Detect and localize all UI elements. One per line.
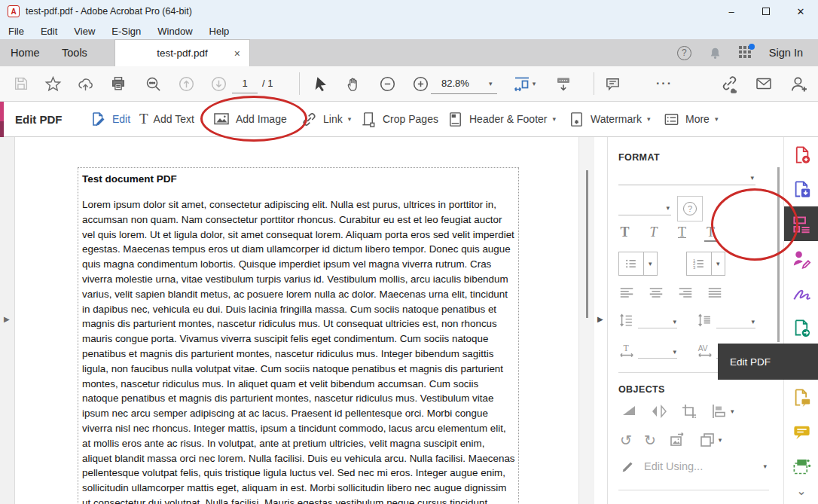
- menu-edit[interactable]: Edit: [32, 26, 66, 37]
- minimize-button[interactable]: –: [714, 0, 749, 23]
- underline-button[interactable]: T: [676, 225, 688, 242]
- request-comments-tool[interactable]: [784, 380, 818, 414]
- align-objects-icon: [710, 402, 728, 420]
- question-icon: ?: [683, 202, 697, 215]
- font-size-dropdown[interactable]: ▾: [618, 197, 671, 215]
- help-icon[interactable]: ?: [677, 46, 691, 60]
- collapse-right-panel-icon[interactable]: ▶: [597, 315, 603, 323]
- rail-more-chevron-icon[interactable]: ⌄: [784, 484, 818, 498]
- fill-sign-tool[interactable]: [784, 276, 818, 310]
- more-button[interactable]: More ▾: [663, 102, 718, 136]
- user-account-icon[interactable]: [785, 66, 812, 101]
- bulleted-list-icon[interactable]: [619, 252, 643, 275]
- next-page-icon[interactable]: [206, 66, 230, 101]
- close-window-button[interactable]: ✕: [783, 0, 818, 23]
- editable-text-frame[interactable]: Test document PDF Lorem ipsum dolor sit …: [78, 167, 519, 504]
- search-icon[interactable]: [141, 66, 165, 101]
- bulleted-list-control[interactable]: ▾: [618, 252, 658, 276]
- crop-pages-button[interactable]: Crop Pages: [360, 102, 438, 136]
- bold-button[interactable]: T: [618, 225, 631, 242]
- rotate-ccw-icon[interactable]: ↺: [620, 433, 632, 447]
- tab-document[interactable]: test-pdf.pdf ×: [114, 39, 250, 66]
- select-tool-icon[interactable]: [309, 66, 333, 101]
- align-right-icon[interactable]: [677, 285, 694, 301]
- scan-ocr-tool[interactable]: [784, 449, 818, 484]
- share-upload-icon[interactable]: [73, 66, 97, 101]
- font-family-dropdown[interactable]: ▾: [618, 167, 755, 185]
- close-tab-icon[interactable]: ×: [234, 47, 240, 60]
- document-page[interactable]: Test document PDF Lorem ipsum dolor sit …: [16, 137, 578, 504]
- left-nav-pane-collapsed[interactable]: ▶: [0, 137, 15, 504]
- zoom-level-value: 82.8%: [441, 78, 469, 89]
- chevron-down-icon[interactable]: ▾: [763, 463, 767, 470]
- menu-esign[interactable]: E-Sign: [103, 26, 149, 37]
- font-color-help-button[interactable]: ?: [677, 196, 703, 221]
- email-icon[interactable]: [751, 66, 777, 101]
- export-pdf-tool[interactable]: [784, 172, 818, 206]
- right-panel-collapse-strip[interactable]: ▶: [594, 137, 607, 504]
- page-count-label: / 1: [262, 74, 273, 93]
- maximize-button[interactable]: [749, 0, 783, 23]
- edit-tool-button[interactable]: Edit: [89, 102, 130, 136]
- flip-vertical-icon[interactable]: [620, 402, 638, 420]
- link-button[interactable]: Link ▾: [301, 102, 351, 136]
- more-tools-icon[interactable]: ···: [649, 66, 679, 101]
- menu-window[interactable]: Window: [149, 26, 200, 37]
- arrange-dropdown[interactable]: ▾: [698, 431, 722, 449]
- numbered-list-icon[interactable]: 123: [687, 252, 711, 275]
- page-number-input[interactable]: 1: [232, 74, 258, 93]
- watermark-button[interactable]: Watermark ▾: [568, 102, 650, 136]
- flip-horizontal-icon[interactable]: [650, 402, 668, 420]
- paragraph-spacing-field[interactable]: ▾: [716, 313, 755, 328]
- header-footer-button[interactable]: Header & Footer ▾: [447, 102, 556, 136]
- previous-page-icon[interactable]: [174, 66, 198, 101]
- chevron-down-icon: ▾: [751, 318, 755, 325]
- star-favorite-icon[interactable]: [41, 66, 65, 101]
- menu-file[interactable]: File: [0, 26, 32, 37]
- menu-help[interactable]: Help: [201, 26, 238, 37]
- document-scrollbar[interactable]: [578, 137, 594, 504]
- send-file-tool[interactable]: [784, 310, 818, 345]
- align-justify-icon[interactable]: [707, 285, 723, 301]
- scrollbar-thumb[interactable]: [586, 170, 588, 318]
- expand-left-pane-icon[interactable]: ▶: [4, 315, 10, 323]
- comment-icon[interactable]: [600, 66, 624, 101]
- crop-object-icon[interactable]: [680, 402, 698, 420]
- fit-width-icon[interactable]: ▾: [509, 66, 539, 101]
- page-comment-icon: [792, 387, 812, 408]
- hand-tool-icon[interactable]: [342, 66, 366, 101]
- add-text-button[interactable]: T Add Text: [139, 102, 194, 136]
- save-icon[interactable]: [9, 66, 33, 101]
- zoom-level-dropdown[interactable]: 82.8% ▾: [431, 73, 497, 94]
- italic-button[interactable]: T: [647, 225, 660, 242]
- edit-using-button[interactable]: Edit Using...: [620, 458, 703, 475]
- acrobat-window: A test-pdf.pdf - Adobe Acrobat Pro (64-b…: [0, 0, 818, 504]
- align-objects-dropdown[interactable]: ▾: [710, 402, 734, 420]
- share-link-icon[interactable]: [716, 66, 743, 101]
- app-grid-icon[interactable]: [739, 46, 752, 60]
- document-body-text[interactable]: Lorem ipsum dolor sit amet, consectetur …: [82, 197, 516, 504]
- rotate-cw-icon[interactable]: ↻: [644, 433, 656, 447]
- menu-view[interactable]: View: [66, 26, 103, 37]
- chevron-down-icon[interactable]: ▾: [643, 252, 657, 275]
- edit-pdf-mode-label: Edit PDF: [15, 102, 63, 136]
- document-heading[interactable]: Test document PDF: [82, 173, 514, 185]
- horizontal-scale-field[interactable]: ▾: [638, 344, 677, 359]
- line-spacing-field[interactable]: ▾: [638, 313, 677, 328]
- print-icon[interactable]: [106, 66, 130, 101]
- align-center-icon[interactable]: [648, 285, 664, 301]
- acrobat-logo-icon: A: [8, 5, 20, 17]
- numbered-list-control[interactable]: 123 ▾: [686, 252, 725, 276]
- zoom-in-icon[interactable]: [408, 66, 432, 101]
- replace-image-icon[interactable]: [668, 431, 686, 449]
- page-display-mode-icon[interactable]: [551, 66, 576, 101]
- tab-tools[interactable]: Tools: [62, 39, 87, 66]
- notifications-bell-icon[interactable]: [708, 46, 722, 60]
- tab-home[interactable]: Home: [11, 39, 40, 66]
- create-pdf-tool[interactable]: [784, 137, 818, 172]
- align-left-icon[interactable]: [618, 285, 635, 301]
- comment-tool[interactable]: [784, 414, 818, 449]
- sign-in-button[interactable]: Sign In: [769, 47, 803, 59]
- zoom-out-icon[interactable]: [375, 66, 399, 101]
- chevron-down-icon[interactable]: ▾: [711, 252, 725, 275]
